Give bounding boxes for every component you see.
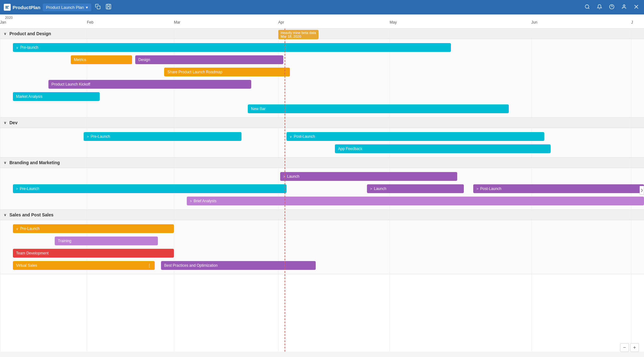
gantt-bar[interactable]: Training [55,237,158,245]
bar-label: Team Development [16,251,48,255]
bar-label: Pre-Launch [91,134,110,139]
brand-icon [4,4,11,11]
tooltip-box: Heavily mine beta dataMar 18, 2020 [278,30,319,39]
bar-label: Design [138,58,150,62]
gantt-bar[interactable]: > Brief Analysts [187,197,644,205]
gantt-bar[interactable]: Product Launch Kickoff [48,80,251,89]
section-header-dev[interactable]: ∨Dev [0,118,644,128]
month-label-jan: Jan [0,20,6,25]
bar-label: Launch [374,187,386,191]
month-label-j: J [631,20,633,25]
gantt-bar[interactable]: > Pre-Launch [84,132,242,141]
gantt-body[interactable]: ❯ ∨Product and Design∨ Pre-launchMetrics… [0,29,644,352]
gantt-bar[interactable]: Metrics [71,55,132,64]
section-sales-post-sales: ∨Sales and Post Sales∨ Pre-LaunchTrainin… [0,210,644,274]
title-label: Product Launch Plan [46,5,84,10]
header: ProductPlan Product Launch Plan ▾ [0,0,644,14]
bar-label: Pre-launch [20,45,38,50]
svg-rect-5 [107,4,110,6]
zoom-out-button[interactable]: − [620,343,629,352]
gantt-wrapper: 2020 JanFebMarAprMayJunJ ❯ ∨Product and … [0,14,644,357]
svg-rect-0 [5,6,9,7]
month-label-jun: Jun [531,20,537,25]
section-content-dev: > Pre-Launch∨ Post-LaunchApp Feedback [0,128,644,157]
section-header-branding-marketing[interactable]: ∨Branding and Marketing [0,158,644,168]
gantt-bar[interactable]: ∨ Post-Launch [286,132,544,141]
gantt-bar[interactable]: Team Development [13,249,174,258]
gantt-bar[interactable]: Design [135,55,283,64]
bar-chevron-icon: > [87,135,89,138]
gantt-bar[interactable]: ∨ Pre-launch [13,43,451,52]
help-button[interactable] [608,3,616,12]
zoom-in-button[interactable]: + [630,343,639,352]
gantt-bar[interactable]: > Launch [280,172,457,181]
section-label: Branding and Marketing [9,160,60,165]
gantt-bar[interactable]: Share Product Launch Roadmap [164,68,290,76]
bar-label: Market Analysis [16,94,42,99]
section-header-product-design[interactable]: ∨Product and Design [0,29,644,39]
section-chevron: ∨ [4,213,6,217]
bar-label: Metrics [74,58,86,62]
section-content-sales-post-sales: ∨ Pre-LaunchTrainingTeam DevelopmentVirt… [0,220,644,274]
month-label-feb: Feb [87,20,93,25]
month-label-may: May [390,20,397,25]
svg-point-6 [585,5,589,8]
bar-label: Pre-Launch [20,187,39,191]
section-chevron: ∨ [4,32,6,36]
bars-row-2: > Brief Analysts [0,195,644,207]
bars-row-1: > Pre-Launch> Launch> Post-Launch [0,183,644,194]
bar-chevron-icon: ∨ [16,227,18,231]
bars-row-1: Training [0,235,644,247]
bars-row-1: App Feedback [0,143,644,154]
gantt-bar[interactable]: App Feedback [335,144,551,153]
bars-row-3: Virtual Sales⋮Best Practices and Optimiz… [0,260,644,271]
bar-label: Best Practices and Optimization [164,263,218,268]
bars-row-1: MetricsDesign [0,54,644,65]
month-label-mar: Mar [174,20,180,25]
title-dropdown-button[interactable]: Product Launch Plan ▾ [43,3,91,11]
bar-label: Post-Launch [480,187,501,191]
timeline-year: 2020 [0,16,644,20]
gantt-bar[interactable]: Market Analysis [13,92,100,101]
bar-chevron-icon: > [476,187,478,191]
bar-chevron-icon: > [283,175,285,178]
gantt-bar[interactable]: ∨ Pre-Launch [13,224,174,233]
bar-chevron-icon: > [16,187,18,191]
bars-row-2: Share Product Launch Roadmap [0,66,644,78]
section-product-design: ∨Product and Design∨ Pre-launchMetricsDe… [0,29,644,118]
section-content-product-design: ∨ Pre-launchMetricsDesignShare Product L… [0,39,644,117]
section-label: Dev [9,120,18,125]
timeline-months: JanFebMarAprMayJunJ [0,20,644,26]
section-dev: ∨Dev> Pre-Launch∨ Post-LaunchApp Feedbac… [0,118,644,158]
gantt-bar[interactable]: > Pre-Launch [13,184,286,193]
bar-chevron-icon: ∨ [16,46,18,49]
bar-label: New Bar [251,107,265,111]
bar-label: Post-Launch [294,134,315,139]
gantt-bar[interactable]: Virtual Sales⋮ [13,261,155,270]
header-right-icons [583,3,640,12]
gantt-bar[interactable]: > Launch [367,184,464,193]
dropdown-arrow-icon: ▾ [86,5,88,10]
month-label-apr: Apr [278,20,284,25]
gantt-bar[interactable]: Best Practices and Optimization [161,261,316,270]
search-button[interactable] [583,3,591,12]
gantt-bar[interactable]: New Bar [248,104,508,113]
notification-button[interactable] [596,3,603,12]
bars-row-0: > Pre-Launch∨ Post-Launch [0,131,644,142]
copy-button[interactable] [94,3,102,12]
bars-row-0: ∨ Pre-Launch [0,223,644,234]
section-header-sales-post-sales[interactable]: ∨Sales and Post Sales [0,210,644,220]
user-button[interactable] [620,3,628,12]
bars-row-5: New Bar [0,103,644,114]
gantt-bar[interactable]: > Post-Launch [473,184,644,193]
save-button[interactable] [104,3,113,12]
section-content-branding-marketing: > Launch> Pre-Launch> Launch> Post-Launc… [0,168,644,209]
close-button[interactable] [632,3,640,12]
svg-rect-1 [5,7,8,8]
bar-label: Virtual Sales [16,263,37,268]
bars-row-0: ∨ Pre-launch [0,42,644,53]
collapse-right-button[interactable]: ❯ [640,186,644,195]
bar-chevron-icon: > [190,199,192,203]
svg-rect-3 [97,6,100,9]
bars-row-4: Market Analysis [0,91,644,102]
